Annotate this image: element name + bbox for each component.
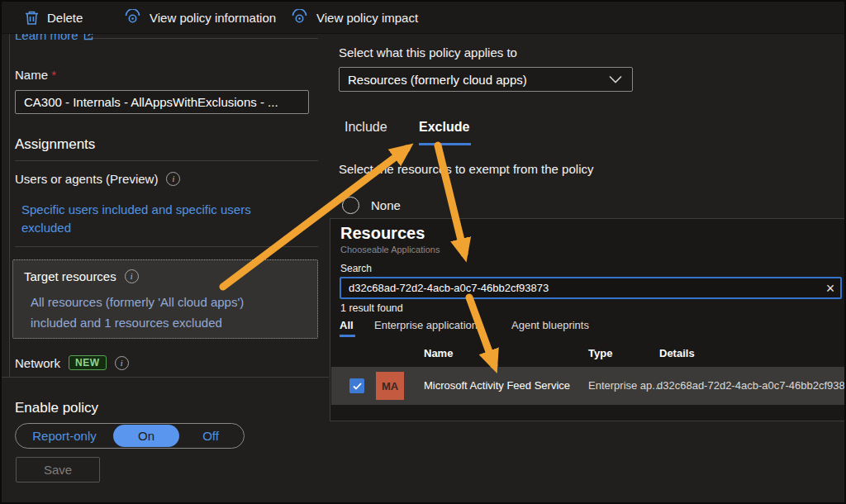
none-radio[interactable] — [342, 197, 359, 214]
divider — [15, 160, 318, 161]
network-label: Network — [15, 356, 60, 370]
row-type: Enterprise ap... — [588, 379, 661, 392]
table-row[interactable]: MA Microsoft Activity Feed Service Enter… — [331, 367, 846, 405]
applies-to-dropdown[interactable]: Resources (formerly cloud apps) — [339, 67, 633, 92]
toggle-off[interactable]: Off — [179, 429, 242, 443]
delete-label: Delete — [47, 11, 83, 25]
trash-icon — [25, 10, 39, 26]
tab-enterprise-applications[interactable]: Enterprise applications — [374, 319, 483, 331]
column-header-type: Type — [588, 347, 612, 359]
conditional-access-policy-page: Delete View policy information View po — [0, 0, 846, 504]
toggle-report-only[interactable]: Report-only — [16, 429, 113, 443]
divider — [2, 377, 329, 378]
row-details: d32c68ad-72d2-4acb-a0c7-46bb2cf93873 — [657, 379, 846, 392]
search-label: Search — [340, 263, 372, 274]
users-assignment-link[interactable]: Specific users included and specific use… — [21, 201, 286, 237]
assignments-heading: Assignments — [15, 136, 95, 153]
required-marker: * — [51, 68, 56, 82]
info-icon[interactable]: i — [115, 356, 129, 370]
applies-to-label: Select what this policy applies to — [339, 45, 517, 59]
new-badge: NEW — [69, 355, 107, 370]
applies-to-value: Resources (formerly cloud apps) — [348, 73, 527, 87]
none-radio-label: None — [371, 198, 401, 212]
avatar: MA — [376, 372, 404, 400]
row-checkbox[interactable] — [349, 378, 364, 393]
view-policy-impact-button[interactable]: View policy impact — [291, 2, 418, 33]
divider — [88, 38, 318, 39]
policy-view-icon — [291, 9, 308, 26]
enable-policy-heading: Enable policy — [15, 400, 98, 416]
view-policy-information-label: View policy information — [150, 11, 276, 25]
delete-button[interactable]: Delete — [25, 2, 83, 33]
policy-name-input[interactable] — [15, 90, 309, 114]
target-resources-link[interactable]: All resources (formerly 'All cloud apps'… — [31, 292, 244, 333]
info-icon[interactable]: i — [166, 172, 180, 186]
tab-exclude[interactable]: Exclude — [419, 120, 469, 135]
resources-panel-title: Resources — [340, 224, 425, 243]
tab-agent-blueprints[interactable]: Agent blueprints — [511, 319, 589, 331]
search-input[interactable] — [340, 277, 842, 299]
toggle-on[interactable]: On — [113, 425, 179, 447]
tab-all-underline — [340, 335, 355, 337]
tab-all[interactable]: All — [340, 319, 354, 331]
clear-search-icon[interactable]: × — [821, 279, 839, 297]
tab-exclude-underline — [419, 143, 471, 145]
pane-border — [9, 33, 10, 378]
save-button[interactable]: Save — [16, 457, 100, 483]
users-or-agents-label: Users or agents (Preview) i — [15, 172, 180, 186]
divider — [15, 246, 318, 247]
column-header-details: Details — [659, 347, 695, 359]
column-header-name: Name — [424, 347, 453, 359]
resources-picker-panel: Resources Chooseable Applications Search… — [330, 218, 846, 421]
chevron-down-icon — [609, 75, 622, 83]
network-section: Network NEW i — [15, 355, 129, 370]
target-resources-label: Target resources i — [24, 269, 139, 283]
name-field-label: Name * — [15, 68, 56, 82]
result-count: 1 result found — [340, 302, 403, 314]
view-policy-information-button[interactable]: View policy information — [124, 2, 276, 33]
view-policy-impact-label: View policy impact — [316, 11, 418, 25]
policy-view-icon — [124, 9, 141, 26]
info-icon[interactable]: i — [125, 269, 139, 283]
command-bar: Delete View policy information View po — [2, 2, 844, 34]
row-name: Microsoft Activity Feed Service — [424, 379, 570, 392]
enable-policy-toggle: Report-only On Off — [15, 423, 245, 449]
exempt-label: Select the resources to exempt from the … — [339, 162, 593, 176]
resources-panel-subtitle: Chooseable Applications — [340, 245, 440, 254]
tab-include[interactable]: Include — [345, 120, 387, 135]
target-resources-box[interactable]: Target resources i All resources (former… — [12, 259, 318, 339]
